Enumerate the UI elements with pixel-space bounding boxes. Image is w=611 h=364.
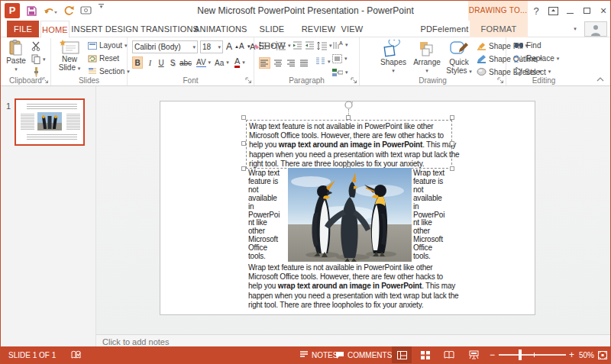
- italic-button[interactable]: I: [146, 56, 154, 69]
- redo-icon[interactable]: [63, 4, 74, 18]
- selected-text-box[interactable]: Wrap text feature is not available in Po…: [246, 120, 452, 169]
- powerpoint-logo-icon[interactable]: P: [5, 3, 20, 18]
- increase-font-size-button[interactable]: A▲: [226, 41, 239, 52]
- section-icon: [88, 67, 97, 76]
- close-button[interactable]: ×: [595, 1, 611, 21]
- align-left-button[interactable]: [259, 57, 270, 69]
- align-text-button[interactable]: ▾: [332, 54, 348, 63]
- columns-button[interactable]: ▾: [315, 57, 331, 66]
- text-direction-icon: A: [332, 40, 343, 50]
- paste-button[interactable]: Paste ▾: [5, 40, 27, 73]
- slide-show-button[interactable]: [464, 346, 483, 363]
- paragraph-dialog-launcher-icon[interactable]: [351, 77, 357, 84]
- help-icon[interactable]: ?: [528, 1, 545, 21]
- save-icon[interactable]: [26, 4, 37, 18]
- bold-button[interactable]: B: [132, 56, 143, 69]
- cut-button[interactable]: [31, 41, 41, 51]
- selection-handle-mid-right[interactable]: [450, 141, 454, 146]
- tab-home[interactable]: HOME: [40, 21, 70, 38]
- touch-mouse-mode-icon[interactable]: [80, 4, 92, 18]
- find-button[interactable]: Find: [514, 41, 541, 50]
- increase-indent-icon: [305, 41, 315, 50]
- align-right-button[interactable]: [286, 57, 297, 69]
- font-size-combobox[interactable]: 18 ▾: [200, 40, 223, 53]
- clipboard-dialog-launcher-icon[interactable]: [42, 77, 49, 84]
- normal-view-button[interactable]: [392, 346, 412, 363]
- ribbon-display-options-icon[interactable]: [545, 1, 561, 21]
- increase-indent-button[interactable]: [305, 41, 315, 50]
- notes-toggle[interactable]: NOTES: [300, 346, 338, 363]
- tab-pdfelement[interactable]: PDFelement: [419, 21, 470, 37]
- undo-icon[interactable]: [44, 4, 57, 18]
- replace-button[interactable]: abac Replace▾: [514, 54, 559, 63]
- zoom-out-button[interactable]: −: [490, 346, 495, 363]
- copy-button[interactable]: ▾: [31, 54, 46, 64]
- character-spacing-button[interactable]: AV▾: [196, 56, 211, 69]
- slide-sorter-view-button[interactable]: [415, 346, 435, 363]
- selection-handle-top-right[interactable]: [450, 115, 454, 120]
- new-slide-button[interactable]: New Slide ▾: [56, 40, 83, 72]
- zoom-in-button[interactable]: +: [569, 346, 574, 363]
- arrange-button[interactable]: Arrange ▾: [412, 40, 442, 75]
- layout-button[interactable]: Layout▾: [88, 41, 128, 50]
- penguins-image[interactable]: [288, 168, 412, 262]
- collapse-ribbon-icon[interactable]: [596, 77, 604, 82]
- line-spacing-button[interactable]: ▾: [317, 41, 332, 50]
- layout-label: Layout: [99, 41, 122, 50]
- slide-indicator[interactable]: SLIDE 1 OF 1: [8, 346, 56, 363]
- tab-view[interactable]: VIEW: [338, 21, 367, 37]
- tab-slide-show[interactable]: SLIDE SHOW: [246, 21, 298, 37]
- text-shadow-button[interactable]: S: [168, 56, 177, 69]
- maximize-button[interactable]: [578, 1, 595, 21]
- wrap-text-column-left[interactable]: Wrap text feature is not available in Po…: [248, 169, 288, 261]
- underline-button[interactable]: U: [157, 56, 166, 69]
- align-center-button[interactable]: [273, 57, 284, 69]
- title-bar: New Microsoft PowerPoint Presentation - …: [1, 1, 610, 21]
- drawing-dialog-launcher-icon[interactable]: [497, 77, 504, 84]
- reset-button[interactable]: Reset: [88, 54, 119, 63]
- tab-design[interactable]: DESIGN: [105, 21, 139, 37]
- reading-view-button[interactable]: [439, 346, 459, 363]
- user-avatar[interactable]: [584, 21, 607, 37]
- column-line: in: [248, 203, 288, 211]
- shapes-button[interactable]: Shapes ▾: [377, 40, 410, 75]
- justify-button[interactable]: [299, 57, 310, 69]
- font-dialog-launcher-icon[interactable]: [245, 77, 252, 84]
- comments-toggle[interactable]: COMMENTS: [335, 346, 392, 363]
- fit-to-window-button[interactable]: [595, 346, 610, 363]
- wrap-text-column-right[interactable]: Wrap text feature is not available in Po…: [413, 169, 453, 261]
- font-color-button[interactable]: A▾: [234, 56, 245, 69]
- bottom-text-box[interactable]: Wrap text feature is not available in Po…: [248, 263, 458, 310]
- section-button[interactable]: Section▾: [88, 67, 130, 76]
- selection-handle-bottom-left[interactable]: [241, 166, 246, 171]
- select-button[interactable]: Select▾: [514, 67, 551, 76]
- quick-styles-button[interactable]: Quick Styles ▾: [444, 40, 474, 76]
- customize-qat-icon[interactable]: ▾: [99, 4, 104, 18]
- font-family-combobox[interactable]: Calibri (Body) ▾: [132, 40, 198, 53]
- text-direction-button[interactable]: A▾: [332, 40, 348, 50]
- selection-handle-top-center[interactable]: [346, 115, 351, 120]
- zoom-level[interactable]: 50%: [579, 346, 594, 363]
- rotate-handle-icon[interactable]: [344, 100, 354, 110]
- selection-handle-mid-left[interactable]: [241, 141, 246, 146]
- minimize-button[interactable]: [561, 1, 578, 21]
- tab-review[interactable]: REVIEW: [300, 21, 337, 37]
- drawing-tools-contextual-label[interactable]: DRAWING TO...: [468, 1, 528, 21]
- spell-check-icon[interactable]: [71, 346, 81, 363]
- selection-handle-top-left[interactable]: [241, 115, 246, 120]
- tab-animations[interactable]: ANIMATIONS: [194, 21, 244, 37]
- tab-transitions[interactable]: TRANSITIONS: [141, 21, 192, 37]
- tab-insert[interactable]: INSERT: [71, 21, 103, 37]
- tab-format[interactable]: FORMAT: [470, 21, 528, 37]
- slide-canvas[interactable]: Wrap text feature is not available in Po…: [160, 101, 535, 315]
- zoom-slider[interactable]: [499, 346, 566, 363]
- decrease-indent-button[interactable]: [293, 41, 302, 50]
- slide-editing-area[interactable]: Wrap text feature is not available in Po…: [96, 86, 610, 334]
- zoom-slider-thumb[interactable]: [519, 350, 522, 360]
- change-case-button[interactable]: Aa▾: [215, 56, 229, 69]
- slide-thumbnail[interactable]: [15, 98, 85, 146]
- tab-file[interactable]: FILE: [7, 21, 39, 37]
- zoom-slider-track[interactable]: [499, 354, 566, 356]
- strikethrough-button[interactable]: abc: [179, 56, 192, 69]
- chevron-down-icon[interactable]: ▾: [571, 21, 580, 37]
